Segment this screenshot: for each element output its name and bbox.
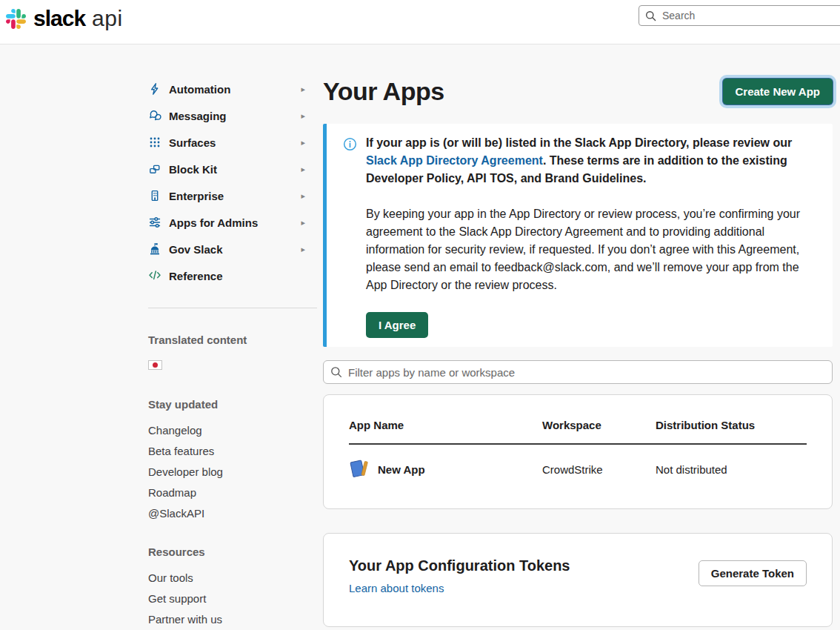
slack-logo-icon [6,9,26,29]
sidebar-item-label: Gov Slack [169,243,223,256]
notice-text-before-link: If your app is (or will be) listed in th… [366,136,792,149]
directory-agreement-notice: If your app is (or will be) listed in th… [323,124,833,347]
chevron-right-icon: ▸ [301,165,305,173]
sidebar-item-label: Messaging [169,110,227,122]
chevron-right-icon: ▸ [301,139,305,147]
search-icon [330,366,342,378]
config-tokens-heading: Your App Configuration Tokens [349,557,570,574]
brand-suffix: api [92,6,123,31]
filter-apps-box[interactable] [323,360,833,384]
column-header-workspace: Workspace [542,419,656,444]
app-workspace: CrowdStrike [542,444,656,480]
sidebar-link-partner-with-us[interactable]: Partner with us [148,613,311,626]
sidebar-item-label: Reference [169,270,223,282]
sidebar-item-label: Automation [169,83,230,96]
top-bar: slack api [0,0,840,44]
app-name: New App [378,463,425,476]
column-header-distribution-status: Distribution Status [656,419,807,444]
sidebar-item-enterprise[interactable]: Enterprise ▸ [148,182,311,209]
brand-logo[interactable]: slack api [6,6,123,31]
directory-agreement-link[interactable]: Slack App Directory Agreement [366,154,543,167]
learn-about-tokens-link[interactable]: Learn about tokens [349,582,444,595]
resources-heading: Resources [148,546,311,559]
search-icon [645,10,656,21]
sidebar-link-slackapi[interactable]: @SlackAPI [148,507,311,520]
i-agree-button[interactable]: I Agree [366,312,428,338]
app-icon [349,458,371,480]
sidebar-item-gov-slack[interactable]: Gov Slack ▸ [148,236,311,262]
info-icon [343,137,357,154]
sidebar-divider [148,308,317,308]
app-distribution-status: Not distributed [656,444,807,480]
sidebar-link-developer-blog[interactable]: Developer blog [148,465,311,479]
sidebar-link-changelog[interactable]: Changelog [148,424,311,437]
header-search[interactable] [639,5,840,26]
sidebar-item-label: Enterprise [169,190,224,202]
translated-content-heading: Translated content [148,334,311,347]
chevron-right-icon: ▸ [301,85,305,93]
sliders-icon [148,216,161,229]
sidebar-link-our-tools[interactable]: Our tools [148,571,311,585]
capitol-icon [148,242,161,256]
sidebar-item-label: Apps for Admins [169,216,258,229]
page-body: Automation ▸ Messaging ▸ [0,44,840,630]
translated-content-section: Translated content [148,334,311,373]
app-link[interactable]: New App [349,458,542,480]
generate-token-button[interactable]: Generate Token [699,560,807,586]
config-tokens-card: Your App Configuration Tokens Learn abou… [323,533,833,627]
sidebar-item-label: Block Kit [169,163,217,176]
chat-bubbles-icon [148,109,161,122]
chevron-right-icon: ▸ [301,245,305,253]
sidebar-item-label: Surfaces [169,136,216,149]
stay-updated-heading: Stay updated [148,398,311,411]
column-header-app-name: App Name [349,419,542,444]
stay-updated-section: Stay updated Changelog Beta features Dev… [148,398,311,520]
sidebar-item-messaging[interactable]: Messaging ▸ [148,102,311,129]
apps-table: App Name Workspace Distribution Status [349,419,807,480]
sidebar: Automation ▸ Messaging ▸ [148,76,311,630]
resources-section: Resources Our tools Get support Partner … [148,546,311,626]
sidebar-link-roadmap[interactable]: Roadmap [148,486,311,500]
apps-list-card: App Name Workspace Distribution Status [323,394,833,509]
sidebar-item-block-kit[interactable]: Block Kit ▸ [148,156,311,182]
chevron-right-icon: ▸ [301,219,305,227]
search-input[interactable] [661,9,839,22]
lightning-icon [148,82,161,96]
chevron-right-icon: ▸ [301,112,305,120]
create-new-app-button[interactable]: Create New App [723,79,833,105]
building-icon [148,189,161,202]
blocks-icon [148,162,161,176]
japan-flag-icon[interactable] [148,360,162,370]
japan-flag-dot [153,362,158,368]
sidebar-nav: Automation ▸ Messaging ▸ [148,76,311,289]
main-content: Your Apps Create New App If your app is … [323,76,833,630]
notice-paragraph-2: By keeping your app in the App Directory… [366,205,807,294]
brand-name: slack [33,6,85,31]
filter-apps-input[interactable] [347,365,825,379]
grid-dots-icon [148,136,161,149]
code-icon [148,269,161,282]
table-row[interactable]: New App CrowdStrike Not distributed [349,444,807,480]
sidebar-item-automation[interactable]: Automation ▸ [148,76,311,102]
sidebar-link-beta-features[interactable]: Beta features [148,445,311,458]
sidebar-item-apps-for-admins[interactable]: Apps for Admins ▸ [148,209,311,236]
notice-paragraph-1: If your app is (or will be) listed in th… [366,134,807,188]
sidebar-link-get-support[interactable]: Get support [148,592,311,606]
chevron-right-icon: ▸ [301,192,305,200]
sidebar-item-surfaces[interactable]: Surfaces ▸ [148,129,311,156]
page-title: Your Apps [323,76,444,107]
sidebar-item-reference[interactable]: Reference [148,262,311,289]
